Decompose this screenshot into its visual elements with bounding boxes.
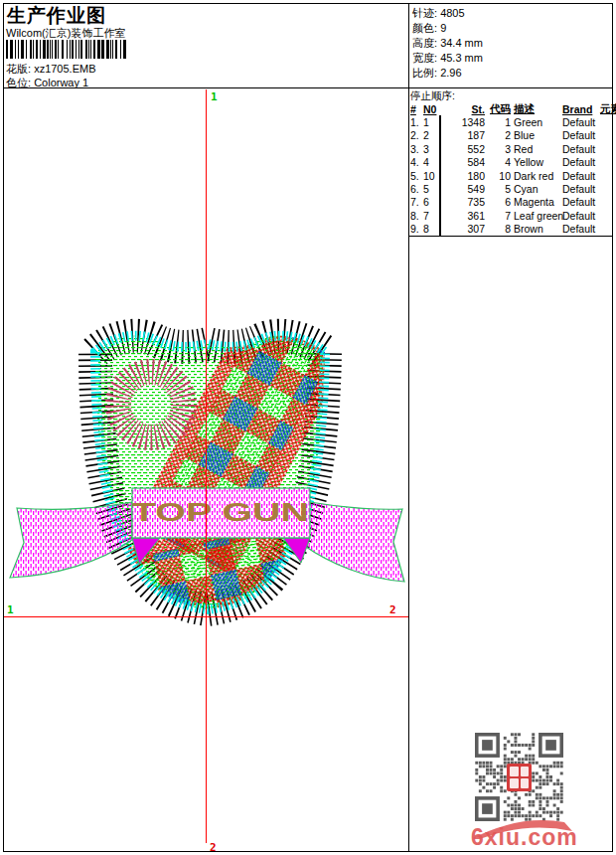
seal-glyph (510, 767, 519, 776)
embroidery-design-canvas: TOP GUN 1 1 2 2 (0, 0, 616, 855)
ribbon-right-tail (303, 502, 404, 582)
red-seal-stamp (507, 764, 532, 791)
crosshair-guides (4, 89, 408, 843)
end-marker-bottom: 2 (210, 841, 217, 854)
end-marker-right: 2 (389, 603, 396, 616)
seal-glyph (521, 778, 530, 788)
production-worksheet-page: 生产作业图 Wilcom(汇京)装饰工作室 花版: xz1705.EMB 色位:… (0, 0, 616, 855)
banner-text: TOP GUN (132, 498, 309, 526)
ribbon-left-tail (10, 502, 132, 578)
start-marker-left: 1 (7, 603, 14, 616)
seal-glyph (521, 767, 530, 776)
watermark-swoosh (469, 813, 576, 839)
watermark: 6xiu.com (469, 813, 576, 855)
shield-crest (95, 308, 347, 636)
start-marker-top: 1 (211, 90, 218, 103)
seal-glyph (510, 778, 519, 788)
